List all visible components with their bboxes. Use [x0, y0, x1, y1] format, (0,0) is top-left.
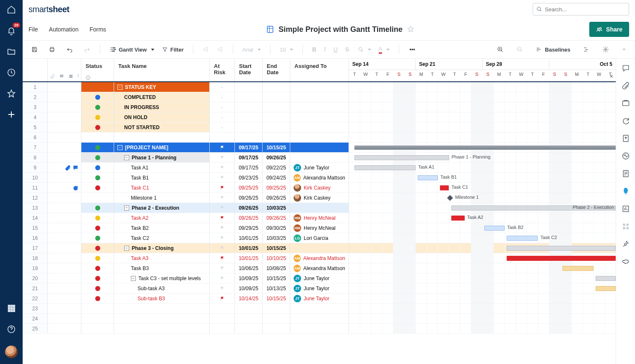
assigned-to-cell[interactable]: [290, 243, 349, 253]
task-cell[interactable]: Sub-task B3: [114, 294, 210, 303]
start-date-cell[interactable]: 09/26/25: [235, 213, 263, 223]
col-end-date[interactable]: EndDate: [263, 59, 290, 81]
row-number[interactable]: 13: [23, 203, 48, 213]
indent-icon[interactable]: [214, 44, 226, 55]
grid-row[interactable]: 1−STATUS KEY-: [23, 82, 616, 92]
search-input[interactable]: [545, 6, 625, 13]
task-cell[interactable]: −Phase 3 - Closing: [114, 243, 210, 253]
task-cell[interactable]: NOT STARTED: [114, 122, 210, 132]
end-date-cell[interactable]: [263, 92, 290, 102]
status-cell[interactable]: [81, 263, 114, 273]
recent-icon[interactable]: [7, 68, 16, 77]
status-cell[interactable]: [81, 143, 114, 152]
gantt-close-icon[interactable]: ×: [610, 73, 613, 80]
workapps-icon[interactable]: [622, 222, 630, 231]
gantt-cell[interactable]: [349, 143, 616, 152]
row-number[interactable]: 11: [23, 183, 48, 192]
grid-row[interactable]: 17−Phase 3 - Closing10/01/2510/15/25: [23, 243, 616, 253]
end-date-cell[interactable]: 10/15/25: [263, 143, 290, 152]
gantt-cell[interactable]: Phase 1 - Planning: [349, 153, 616, 162]
row-number[interactable]: 15: [23, 223, 48, 233]
grid-row[interactable]: 20−Task C3 - set multiple levels10/09/25…: [23, 273, 616, 283]
menu-forms[interactable]: Forms: [89, 26, 106, 33]
fill-color-icon[interactable]: [354, 44, 374, 55]
assigned-to-cell[interactable]: JTJune Taylor: [290, 273, 349, 283]
assigned-to-cell[interactable]: LGLori Garcia: [290, 233, 349, 243]
task-cell[interactable]: Task C2: [114, 233, 210, 243]
assigned-to-cell[interactable]: AMAlexandra Mattson: [290, 263, 349, 273]
gantt-cell[interactable]: Phase 2 - Execution: [349, 203, 616, 213]
gantt-bar[interactable]: [440, 185, 449, 190]
status-cell[interactable]: [81, 183, 114, 192]
status-cell[interactable]: [81, 283, 114, 293]
underline-icon[interactable]: U: [331, 44, 340, 55]
bold-icon[interactable]: B: [310, 44, 319, 55]
row-number[interactable]: 9: [23, 163, 48, 172]
summary-panel-icon[interactable]: [622, 169, 630, 178]
at-risk-cell[interactable]: [210, 183, 235, 192]
grid-row[interactable]: 5NOT STARTED-: [23, 122, 616, 133]
row-number[interactable]: 4: [23, 112, 48, 122]
end-date-cell[interactable]: [263, 102, 290, 112]
status-cell[interactable]: [81, 223, 114, 233]
end-date-cell[interactable]: 10/10/25: [263, 253, 290, 263]
grid-row[interactable]: 10Task B109/23/2509/24/25AMAlexandra Mat…: [23, 173, 616, 183]
task-cell[interactable]: Sub-task A3: [114, 283, 210, 293]
status-cell[interactable]: [81, 213, 114, 223]
status-cell[interactable]: [81, 102, 114, 112]
gantt-bar[interactable]: [418, 175, 438, 180]
start-date-cell[interactable]: [235, 314, 263, 323]
attachment-indicator-icon[interactable]: [65, 165, 71, 171]
assigned-to-cell[interactable]: HMHenry McNeal: [290, 213, 349, 223]
favorite-star-icon[interactable]: [407, 25, 414, 34]
row-number[interactable]: 16: [23, 233, 48, 243]
row-number[interactable]: 10: [23, 173, 48, 182]
gantt-cell[interactable]: [349, 102, 616, 112]
end-date-cell[interactable]: 09/25/25: [263, 183, 290, 192]
end-date-cell[interactable]: 10/13/25: [263, 283, 290, 293]
task-cell[interactable]: −Task C3 - set multiple levels: [114, 273, 210, 283]
row-number[interactable]: 1: [23, 82, 48, 92]
global-search[interactable]: [533, 3, 629, 16]
end-date-cell[interactable]: 10/15/25: [263, 273, 290, 283]
status-cell[interactable]: [81, 273, 114, 283]
at-risk-cell[interactable]: [210, 304, 235, 313]
grid-row[interactable]: 9Task A109/17/2509/22/25JTJune TaylorTas…: [23, 163, 616, 173]
assigned-to-cell[interactable]: HMHenry McNeal: [290, 223, 349, 233]
at-risk-cell[interactable]: [210, 173, 235, 182]
gantt-cell[interactable]: [349, 133, 616, 142]
at-risk-cell[interactable]: [210, 243, 235, 253]
task-cell[interactable]: [114, 304, 210, 313]
grid-row[interactable]: 13−Phase 2 - Execution09/26/2510/03/25Ph…: [23, 203, 616, 213]
row-number[interactable]: 12: [23, 193, 48, 203]
start-date-cell[interactable]: 09/17/25: [235, 143, 263, 152]
gantt-bar[interactable]: [507, 256, 616, 261]
print-icon[interactable]: [46, 44, 58, 55]
grid-row[interactable]: 14Task A209/26/2509/26/25HMHenry McNealT…: [23, 213, 616, 223]
save-icon[interactable]: [29, 44, 40, 55]
task-cell[interactable]: −STATUS KEY: [114, 82, 210, 92]
share-button[interactable]: Share: [589, 22, 629, 37]
gantt-bar[interactable]: [354, 165, 416, 170]
gantt-cell[interactable]: [349, 314, 616, 323]
end-date-cell[interactable]: 09/26/25: [263, 213, 290, 223]
status-cell[interactable]: [81, 153, 114, 162]
outdent-icon[interactable]: [200, 44, 212, 55]
apps-icon[interactable]: [7, 304, 16, 313]
grid-row[interactable]: 6: [23, 133, 616, 143]
more-icon[interactable]: [406, 44, 419, 55]
status-cell[interactable]: [81, 233, 114, 243]
gantt-bar[interactable]: [507, 246, 616, 251]
gantt-cell[interactable]: [349, 82, 616, 92]
assigned-to-cell[interactable]: Kirk Caskey: [290, 193, 349, 203]
gantt-cell[interactable]: Task A1: [349, 163, 616, 172]
gantt-cell[interactable]: [349, 263, 616, 273]
task-cell[interactable]: Milestone 1: [114, 193, 210, 203]
gantt-cell[interactable]: [349, 122, 616, 132]
status-cell[interactable]: [81, 82, 114, 92]
assigned-to-cell[interactable]: JTJune Taylor: [290, 283, 349, 293]
at-risk-cell[interactable]: [210, 273, 235, 283]
sheet-title[interactable]: Simple Project with Gantt Timeline: [278, 25, 403, 34]
row-number[interactable]: 14: [23, 213, 48, 223]
start-date-cell[interactable]: 10/01/25: [235, 253, 263, 263]
